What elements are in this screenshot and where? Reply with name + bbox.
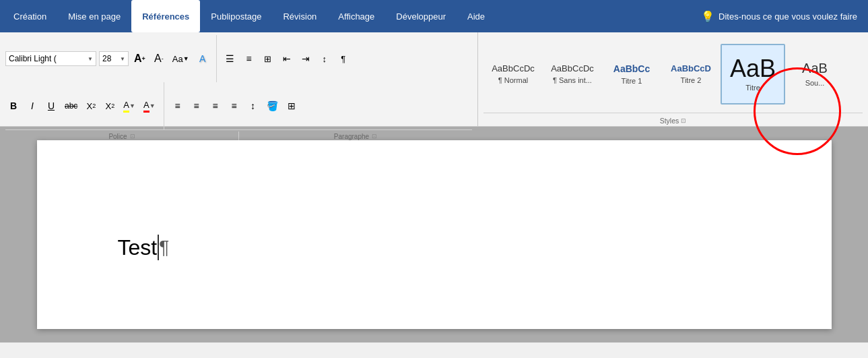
text-highlight-button[interactable]: A ▼ [121, 98, 138, 114]
ribbon-top-row: Calibri Light ( ▼ 28 ▼ A+ A- Aa▼ A [5, 35, 472, 82]
style-titre2-label: Titre 2 [681, 76, 702, 84]
ribbon: Calibri Light ( ▼ 28 ▼ A+ A- Aa▼ A [0, 32, 868, 127]
italic-button[interactable]: I [24, 98, 40, 114]
style-sans-int[interactable]: AaBbCcDc ¶ Sans int... [543, 44, 602, 104]
menu-item-mise-en-page[interactable]: Mise en page [57, 0, 131, 32]
styles-expand-icon[interactable]: ⊡ [681, 117, 686, 124]
ribbon-left: Calibri Light ( ▼ 28 ▼ A+ A- Aa▼ A [0, 32, 478, 126]
style-sou-label: Sou... [805, 79, 825, 87]
style-sans-int-preview: AaBbCcDc [551, 63, 594, 73]
font-size-arrow: ▼ [120, 56, 125, 62]
search-text: Dites-nous ce que vous voulez faire [719, 11, 857, 22]
increase-indent-button[interactable]: ⇥ [298, 51, 314, 67]
style-titre1-preview: AaBbCc [613, 63, 650, 74]
style-titre-preview: AaB [730, 57, 776, 81]
bold-button[interactable]: B [5, 98, 22, 114]
justify-button[interactable]: ≡ [226, 98, 242, 114]
styles-items-row: AaBbCcDc ¶ Normal AaBbCcDc ¶ Sans int...… [483, 35, 863, 113]
numbered-list-button[interactable]: ≡ [241, 51, 257, 67]
menu-item-aide[interactable]: Aide [457, 0, 496, 32]
superscript-button[interactable]: X2 [102, 98, 118, 114]
font-name-dropdown[interactable]: Calibri Light ( ▼ [5, 51, 96, 66]
style-titre1[interactable]: AaBbCc Titre 1 [602, 44, 661, 104]
style-titre[interactable]: AaB Titre [721, 44, 785, 105]
sort-button[interactable]: ↕ [316, 51, 333, 67]
font-size-dropdown[interactable]: 28 ▼ [99, 51, 129, 66]
style-sou-preview: AaB [802, 61, 828, 76]
text-effects-button[interactable]: A [195, 51, 211, 67]
font-grow-button[interactable]: A+ [131, 51, 148, 67]
menu-item-creation[interactable]: Création [3, 0, 57, 32]
style-sans-int-label: ¶ Sans int... [553, 76, 592, 84]
styles-label-text: Styles [660, 117, 679, 125]
style-titre2-preview: AaBbCcD [671, 63, 711, 73]
pilcrow-mark: ¶ [159, 237, 169, 258]
style-normal-preview: AaBbCcDc [492, 63, 535, 73]
paragraphe-group-label: Paragraphe [334, 133, 369, 140]
align-right-button[interactable]: ≡ [207, 98, 224, 114]
document-page[interactable]: Test¶ [37, 140, 832, 329]
align-center-button[interactable]: ≡ [189, 98, 205, 114]
align-left-button[interactable]: ≡ [170, 98, 186, 114]
subscript-button[interactable]: X2 [83, 98, 99, 114]
font-shrink-button[interactable]: A- [151, 51, 167, 67]
menu-bar: Création Mise en page Références Publipo… [0, 0, 868, 32]
line-spacing-button[interactable]: ↕ [245, 98, 261, 114]
document-text-content: Test [118, 235, 158, 260]
group-labels: Police ⊡ Paragraphe ⊡ [5, 129, 472, 141]
style-normal-label: ¶ Normal [498, 76, 528, 84]
style-sou[interactable]: AaB Sou... [785, 44, 844, 104]
borders-button[interactable]: ⊞ [283, 98, 300, 114]
paragraphe-expand-icon[interactable]: ⊡ [372, 133, 377, 140]
style-titre1-label: Titre 1 [622, 77, 642, 85]
change-case-button[interactable]: Aa▼ [170, 51, 192, 67]
ribbon-bottom-row: B I U abc X2 X2 A ▼ [5, 82, 472, 129]
lightbulb-icon: 💡 [701, 10, 714, 23]
format-align-sep [164, 82, 164, 129]
show-marks-button[interactable]: ¶ [335, 51, 352, 67]
decrease-indent-button[interactable]: ⇤ [279, 51, 295, 67]
font-color-button[interactable]: A ▼ [141, 98, 158, 114]
search-area[interactable]: 💡 Dites-nous ce que vous voulez faire [693, 0, 865, 32]
style-normal[interactable]: AaBbCcDc ¶ Normal [483, 44, 543, 104]
ribbon-right: AaBbCcDc ¶ Normal AaBbCcDc ¶ Sans int...… [478, 32, 868, 126]
font-size-value: 28 [102, 54, 111, 63]
menu-item-publipostage[interactable]: Publipostage [200, 0, 272, 32]
document-area: Test¶ [0, 127, 868, 342]
style-titre2[interactable]: AaBbCcD Titre 2 [661, 44, 721, 104]
styles-group-label: Styles ⊡ [483, 113, 863, 126]
menu-item-affichage[interactable]: Affichage [327, 0, 385, 32]
underline-button[interactable]: U [43, 98, 59, 114]
bullet-list-button[interactable]: ☰ [222, 51, 238, 67]
font-name-value: Calibri Light ( [9, 54, 57, 63]
style-titre-label: Titre [745, 84, 760, 92]
strikethrough-button[interactable]: abc [62, 98, 80, 114]
document-content: Test¶ [118, 235, 778, 260]
shading-button[interactable]: 🪣 [264, 98, 281, 114]
police-paragraphe-sep [216, 35, 217, 82]
menu-item-revision[interactable]: Révision [272, 0, 327, 32]
police-group-label: Police [108, 133, 127, 140]
police-expand-icon[interactable]: ⊡ [130, 133, 135, 140]
menu-item-developpeur[interactable]: Développeur [385, 0, 457, 32]
font-name-arrow: ▼ [88, 56, 93, 62]
menu-item-references[interactable]: Références [131, 0, 200, 32]
multilevel-list-button[interactable]: ⊞ [260, 51, 276, 67]
